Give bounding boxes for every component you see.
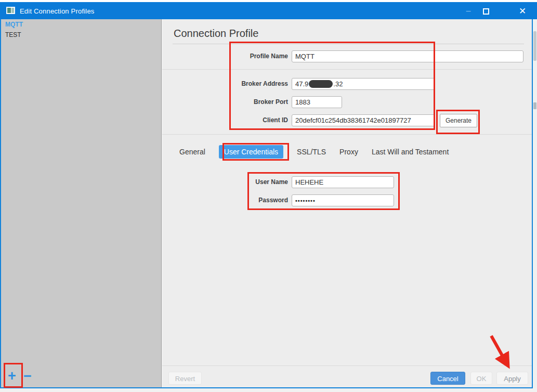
profile-name-label: Profile Name: [193, 50, 288, 62]
sidebar-item-test[interactable]: TEST: [1, 30, 161, 40]
password-input[interactable]: ••••••••: [292, 194, 394, 206]
broker-address-label: Broker Address: [193, 78, 288, 90]
broker-address-prefix: 47.9: [295, 80, 308, 88]
window-title: Edit Connection Profiles: [20, 7, 95, 15]
user-name-label: User Name: [193, 176, 288, 188]
titlebar[interactable]: Edit Connection Profiles – ✕: [0, 2, 537, 19]
tab-last-will[interactable]: Last Will and Testament: [372, 145, 449, 159]
broker-port-input[interactable]: 1883: [292, 96, 342, 108]
ok-button[interactable]: OK: [470, 372, 492, 385]
edit-connection-profiles-dialog: Edit Connection Profiles – ✕ MQTT TEST +…: [0, 0, 537, 392]
cancel-button[interactable]: Cancel: [430, 372, 465, 385]
background-window-sliver: [533, 19, 537, 388]
add-profile-button[interactable]: +: [8, 369, 16, 383]
revert-button[interactable]: Revert: [168, 372, 202, 385]
background-scrollbar-thumb[interactable]: [533, 31, 536, 61]
broker-port-label: Broker Port: [193, 96, 288, 108]
profiles-sidebar: MQTT TEST + −: [1, 19, 162, 387]
client-id-label: Client ID: [193, 114, 288, 126]
tab-general[interactable]: General: [179, 145, 205, 159]
profile-name-input[interactable]: MQTT: [292, 50, 523, 62]
password-label: Password: [193, 194, 288, 206]
sidebar-item-mqtt[interactable]: MQTT: [1, 19, 161, 30]
broker-address-suffix: .32: [333, 80, 343, 88]
remove-profile-button[interactable]: −: [23, 369, 32, 383]
connection-profile-panel: Connection Profile Profile Name MQTT Bro…: [162, 19, 532, 387]
footer-divider: [162, 365, 532, 366]
generate-button[interactable]: Generate: [440, 114, 477, 127]
app-icon: [6, 7, 15, 14]
background-bottom-sliver: [0, 388, 537, 392]
background-partial-icon: [533, 102, 536, 109]
section-divider: [162, 134, 532, 135]
page-title: Connection Profile: [174, 28, 258, 40]
tab-proxy[interactable]: Proxy: [339, 145, 358, 159]
section-divider: [162, 69, 532, 70]
redaction-blob: [309, 80, 333, 88]
maximize-icon[interactable]: [483, 8, 489, 15]
broker-address-input[interactable]: 47.9.32: [292, 78, 435, 90]
heading-divider: [173, 44, 524, 44]
settings-tabs: General User Credentials SSL/TLS Proxy L…: [179, 144, 449, 160]
close-icon[interactable]: ✕: [516, 6, 529, 17]
client-id-input[interactable]: 20defcf01c254db38361742e01897727: [292, 114, 435, 126]
minimize-icon[interactable]: –: [462, 6, 475, 17]
apply-button[interactable]: Apply: [496, 372, 528, 385]
tab-ssl-tls[interactable]: SSL/TLS: [297, 145, 326, 159]
user-name-input[interactable]: HEHEHE: [292, 176, 394, 188]
tab-user-credentials[interactable]: User Credentials: [219, 145, 283, 159]
